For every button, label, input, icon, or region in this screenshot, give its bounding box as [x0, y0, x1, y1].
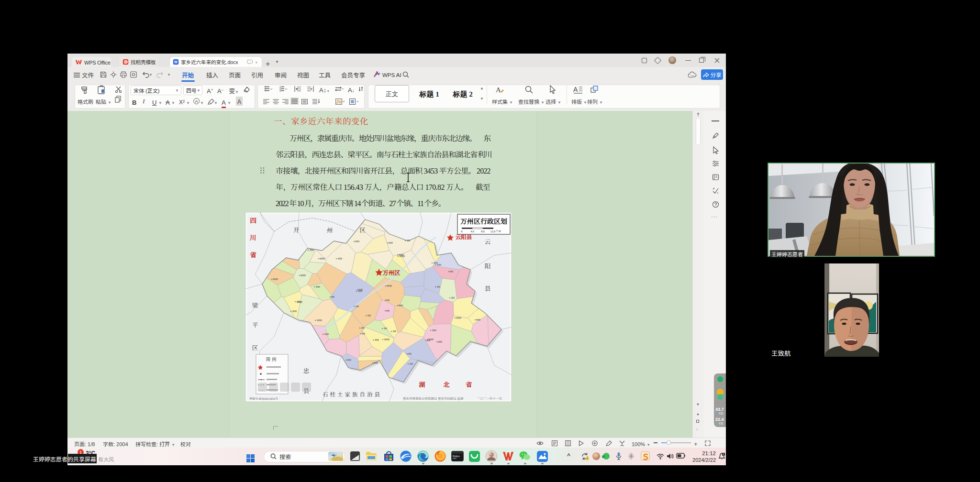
svg-text:北: 北: [443, 380, 449, 389]
svg-text:万州区行政区划: 万州区行政区划: [460, 216, 507, 226]
svg-text:开: 开: [293, 226, 300, 234]
svg-text:州: 州: [327, 226, 333, 234]
svg-text:审图号:渝S(2021)052号: 审图号:渝S(2021)052号: [249, 396, 278, 401]
svg-text:区: 区: [360, 226, 366, 234]
svg-text:阳: 阳: [485, 262, 491, 270]
svg-text:A: A: [496, 86, 501, 94]
svg-text:梁: 梁: [252, 301, 258, 309]
svg-text:3: 3: [279, 89, 281, 92]
svg-text:川: 川: [249, 232, 256, 242]
svg-text:省: 省: [466, 380, 472, 389]
svg-text:平: 平: [252, 320, 258, 329]
svg-text:图例: 图例: [266, 356, 278, 362]
svg-text:重庆市规划和自然资源局 重庆市民政局 监制: 重庆市规划和自然资源局 重庆市民政局 监制: [403, 396, 464, 401]
svg-text:二〇二一年十一月: 二〇二一年十一月: [477, 396, 502, 401]
svg-text:MyWin: MyWin: [453, 455, 460, 458]
svg-text:A: A: [573, 86, 578, 93]
svg-text:万州区: 万州区: [382, 268, 401, 277]
svg-text:湖: 湖: [419, 380, 425, 389]
svg-text:云阳县: 云阳县: [456, 233, 472, 241]
svg-text:省: 省: [250, 250, 256, 259]
svg-text:云: 云: [485, 237, 491, 246]
svg-text:12.0千米: 12.0千米: [490, 229, 501, 233]
svg-text:1: 1: [723, 453, 724, 456]
svg-text:忠: 忠: [303, 366, 310, 375]
svg-text:四: 四: [250, 215, 256, 225]
svg-text:县: 县: [485, 284, 491, 293]
svg-text:石柱土家族自治县: 石柱土家族自治县: [323, 390, 382, 398]
svg-text:8.0: 8.0: [481, 229, 485, 233]
svg-text:区: 区: [252, 343, 258, 352]
